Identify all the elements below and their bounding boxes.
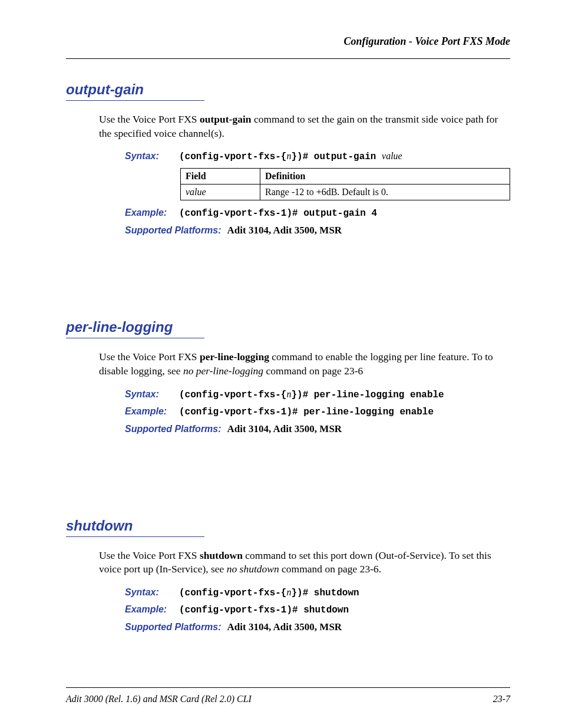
section-title: output-gain (66, 81, 204, 101)
section-output-gain: output-gain Use the Voice Port FXS outpu… (66, 81, 510, 236)
example-row: Example: (config-vport-fxs-1)# output-ga… (125, 207, 510, 219)
page-footer: Adit 3000 (Rel. 1.6) and MSR Card (Rel 2… (66, 687, 510, 704)
page-content: output-gain Use the Voice Port FXS outpu… (66, 81, 510, 687)
section-description: Use the Voice Port FXS shutdown command … (99, 549, 510, 577)
example-row: Example: (config-vport-fxs-1)# shutdown (125, 604, 510, 615)
syntax-row: Syntax: (config-vport-fxs-{n})# shutdown (125, 587, 510, 598)
example-code: (config-vport-fxs-1)# output-gain 4 (179, 208, 377, 219)
table-header-definition: Definition (260, 169, 510, 185)
supported-platforms-label: Supported Platforms: (125, 225, 222, 235)
footer-page-number: 23-7 (493, 694, 510, 704)
supported-platforms-value: Adit 3104, Adit 3500, MSR (227, 423, 342, 434)
syntax-label: Syntax: (125, 587, 179, 598)
supported-platforms-row: Supported Platforms: Adit 3104, Adit 350… (125, 225, 510, 236)
section-shutdown: shutdown Use the Voice Port FXS shutdown… (66, 518, 510, 633)
section-title: per-line-logging (66, 319, 204, 338)
example-label: Example: (125, 207, 179, 218)
supported-platforms-label: Supported Platforms: (125, 424, 222, 434)
page-header: Configuration - Voice Port FXS Mode (66, 35, 510, 59)
syntax-code: (config-vport-fxs-{n})# per-line-logging… (179, 389, 444, 400)
section-per-line-logging: per-line-logging Use the Voice Port FXS … (66, 319, 510, 434)
example-label: Example: (125, 604, 179, 615)
syntax-row: Syntax: (config-vport-fxs-{n})# output-g… (125, 151, 510, 162)
syntax-row: Syntax: (config-vport-fxs-{n})# per-line… (125, 389, 510, 400)
syntax-label: Syntax: (125, 389, 179, 400)
footer-left: Adit 3000 (Rel. 1.6) and MSR Card (Rel 2… (66, 694, 252, 704)
example-row: Example: (config-vport-fxs-1)# per-line-… (125, 406, 510, 417)
syntax-label: Syntax: (125, 151, 179, 162)
supported-platforms-row: Supported Platforms: Adit 3104, Adit 350… (125, 621, 510, 633)
supported-platforms-row: Supported Platforms: Adit 3104, Adit 350… (125, 423, 510, 435)
section-title: shutdown (66, 518, 204, 537)
supported-platforms-value: Adit 3104, Adit 3500, MSR (227, 621, 342, 633)
table-header-field: Field (181, 169, 260, 185)
table-row: value Range -12 to +6dB. Default is 0. (181, 185, 510, 200)
supported-platforms-value: Adit 3104, Adit 3500, MSR (227, 225, 342, 236)
syntax-code: (config-vport-fxs-{n})# shutdown (179, 587, 359, 598)
supported-platforms-label: Supported Platforms: (125, 622, 222, 632)
section-description: Use the Voice Port FXS per-line-logging … (99, 350, 510, 378)
example-code: (config-vport-fxs-1)# shutdown (179, 605, 349, 615)
example-code: (config-vport-fxs-1)# per-line-logging e… (179, 407, 434, 417)
section-description: Use the Voice Port FXS output-gain comma… (99, 113, 510, 140)
table-cell-field: value (181, 185, 260, 200)
example-label: Example: (125, 406, 179, 417)
field-table: Field Definition value Range -12 to +6dB… (180, 168, 510, 200)
syntax-code: (config-vport-fxs-{n})# output-gain valu… (179, 151, 402, 162)
table-cell-definition: Range -12 to +6dB. Default is 0. (260, 185, 510, 200)
